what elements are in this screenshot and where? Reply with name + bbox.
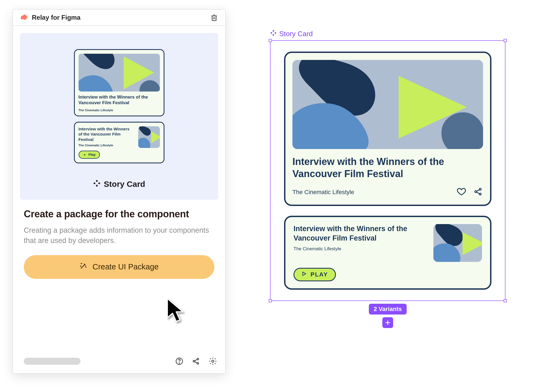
relay-logo-icon (20, 13, 28, 22)
component-preview-area: Interview with the Winners of the Vancou… (20, 33, 218, 200)
resize-handle[interactable] (504, 299, 507, 302)
magic-wand-icon (79, 262, 87, 272)
svg-point-24 (479, 188, 481, 190)
heart-icon[interactable] (457, 187, 466, 198)
selection-frame[interactable]: Interview with the Winners of the Vancou… (270, 40, 505, 301)
svg-point-15 (197, 363, 199, 364)
panel-footer (13, 357, 225, 373)
variants-chip[interactable]: 2 Variants (369, 304, 407, 315)
panel-heading: Create a package for the component (24, 208, 214, 220)
resize-handle[interactable] (269, 299, 272, 302)
create-ui-package-button[interactable]: Create UI Package (24, 255, 214, 279)
svg-rect-20 (274, 32, 276, 34)
share-icon[interactable] (192, 357, 200, 366)
svg-rect-10 (98, 182, 100, 184)
svg-point-13 (193, 360, 195, 362)
frame-label-text: Story Card (279, 30, 313, 38)
svg-point-16 (212, 360, 214, 362)
story-card-small[interactable]: Interview with the Winners of the Vancou… (284, 216, 491, 290)
variants-indicator: 2 Variants (270, 304, 505, 328)
svg-rect-2 (212, 16, 216, 21)
svg-rect-19 (270, 32, 272, 34)
svg-point-12 (179, 363, 180, 363)
preview-play-pill: ＋ Play (79, 151, 100, 159)
story-card-thumbnail (292, 60, 483, 149)
help-icon[interactable] (175, 357, 184, 366)
story-card-thumbnail-small (433, 224, 482, 262)
resize-handle[interactable] (269, 39, 272, 42)
panel-header: Relay for Figma (13, 10, 225, 26)
preview-card-subtitle: The Cinematic Lifestyle (79, 109, 160, 112)
svg-rect-9 (93, 182, 96, 184)
figma-canvas: Story Card Interview with the Winners of… (270, 30, 505, 328)
story-card-meta-row: The Cinematic Lifestyle (292, 187, 483, 198)
component-icon (93, 180, 100, 189)
plus-icon: ＋ (83, 152, 86, 157)
play-triangle-icon (301, 271, 307, 278)
preview-card-subtitle: The Cinematic Lifestyle (79, 144, 134, 147)
add-variant-button[interactable] (382, 317, 393, 328)
svg-rect-7 (96, 180, 98, 182)
story-card-title: Interview with the Winners of the Vancou… (292, 156, 483, 180)
svg-rect-18 (272, 34, 274, 36)
story-card-subtitle: The Cinematic Lifestyle (292, 189, 450, 196)
delete-icon[interactable] (210, 13, 218, 22)
settings-icon[interactable] (208, 357, 217, 366)
preview-thumb-small (138, 126, 160, 148)
create-button-label: Create UI Package (92, 262, 159, 271)
relay-plugin-panel: Relay for Figma Interview with the Winne… (12, 9, 226, 374)
footer-placeholder-bar (24, 358, 80, 365)
story-card-subtitle: The Cinematic Lifestyle (294, 246, 425, 252)
play-button-label: PLAY (311, 271, 328, 278)
preview-card-title: Interview with the Winners of the Vancou… (79, 94, 160, 106)
preview-thumb (79, 54, 160, 92)
resize-handle[interactable] (504, 39, 507, 42)
panel-title: Relay for Figma (32, 14, 206, 21)
svg-point-23 (475, 191, 477, 193)
component-name-label: Story Card (93, 180, 145, 189)
preview-stack: Interview with the Winners of the Vancou… (74, 49, 164, 163)
preview-card-small: Interview with the Winners of the Vancou… (74, 122, 164, 163)
svg-rect-17 (272, 30, 274, 32)
story-card-title: Interview with the Winners of the Vancou… (294, 224, 425, 243)
share-icon[interactable] (473, 187, 483, 198)
component-icon (270, 30, 276, 38)
preview-card-title: Interview with the Winners of the Vancou… (79, 126, 134, 142)
story-card-large[interactable]: Interview with the Winners of the Vancou… (284, 52, 491, 206)
svg-marker-28 (303, 272, 306, 275)
panel-body: Create a package for the component Creat… (13, 200, 225, 279)
frame-label[interactable]: Story Card (270, 30, 505, 38)
svg-point-14 (197, 358, 199, 360)
svg-rect-8 (96, 185, 98, 187)
play-button[interactable]: PLAY (294, 268, 336, 281)
component-name-text: Story Card (104, 180, 145, 189)
panel-description: Creating a package adds information to y… (24, 225, 214, 246)
preview-card-large: Interview with the Winners of the Vancou… (74, 49, 164, 116)
svg-point-25 (479, 193, 481, 195)
